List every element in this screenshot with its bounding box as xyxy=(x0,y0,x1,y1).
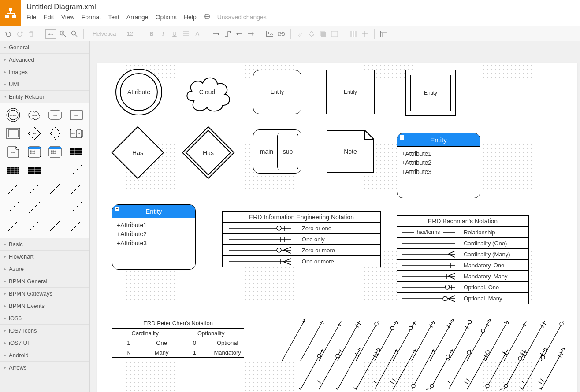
gradient-icon[interactable] xyxy=(330,29,339,39)
menu-edit[interactable]: Edit xyxy=(44,14,54,21)
grid-icon[interactable] xyxy=(349,29,358,39)
section-flowchart[interactable]: Flowchart xyxy=(0,251,89,263)
palette-line6[interactable] xyxy=(67,181,86,197)
section-ios6[interactable]: iOS6 xyxy=(0,312,89,325)
shape-note[interactable]: Note xyxy=(326,129,375,174)
svg-line-155 xyxy=(486,350,508,389)
palette-line12[interactable] xyxy=(25,218,44,234)
shape-cloud[interactable]: Cloud xyxy=(183,70,231,114)
link-icon[interactable] xyxy=(276,29,286,39)
palette-line3[interactable] xyxy=(4,181,23,197)
delete-icon[interactable] xyxy=(26,29,36,39)
section-bpmn-general[interactable]: BPMN General xyxy=(0,275,89,288)
font-color-icon[interactable]: A xyxy=(193,29,202,39)
palette-dark-grid2[interactable] xyxy=(25,162,44,179)
connector-lines-bottom[interactable] xyxy=(278,345,569,392)
shape-main-sub[interactable]: main sub xyxy=(253,129,301,174)
palette-entity-rounded[interactable]: Entity xyxy=(46,107,65,123)
palette-line11[interactable] xyxy=(4,218,23,234)
zoom-out-icon[interactable] xyxy=(69,29,79,39)
section-entity-relation[interactable]: Entity Relation xyxy=(0,91,89,103)
guides-icon[interactable] xyxy=(360,29,370,39)
palette-main-sub[interactable]: mainsub xyxy=(67,125,86,142)
section-bpmn-events[interactable]: BPMN Events xyxy=(0,300,89,312)
palette-entity-table2[interactable]: AttributeAttribute xyxy=(46,144,65,160)
menu-text[interactable]: Text xyxy=(108,14,119,21)
palette-entity-table[interactable]: AttributeAttribute xyxy=(25,144,44,160)
arrow-right2-icon[interactable] xyxy=(246,29,256,39)
section-general[interactable]: General xyxy=(0,41,89,54)
palette-has-double[interactable] xyxy=(46,125,65,142)
table-ie-notation[interactable]: ERD Information Engineering Notation Zer… xyxy=(222,211,381,267)
palette-line14[interactable] xyxy=(67,218,86,234)
bold-icon[interactable]: B xyxy=(147,29,156,39)
menu-format[interactable]: Format xyxy=(82,14,101,21)
redo-icon[interactable] xyxy=(15,29,25,39)
palette-line7[interactable] xyxy=(4,199,23,216)
shadow-icon[interactable] xyxy=(318,29,328,39)
palette-has[interactable]: Has xyxy=(25,125,44,142)
palette-line1[interactable] xyxy=(46,162,65,179)
palette-attribute[interactable]: Attribute xyxy=(4,107,23,123)
palette-line5[interactable] xyxy=(46,181,65,197)
section-basic[interactable]: Basic xyxy=(0,238,89,251)
shape-entity-rounded[interactable]: Entity xyxy=(253,70,301,114)
section-arrows[interactable]: Arrows xyxy=(0,362,89,374)
underline-icon[interactable]: U xyxy=(170,29,179,39)
table-chen-notation[interactable]: ERD Peter Chen's Notation Cardinality Op… xyxy=(112,318,244,358)
palette-line9[interactable] xyxy=(46,199,65,216)
palette-entity[interactable]: Entity xyxy=(67,107,86,123)
section-images[interactable]: Images xyxy=(0,66,89,78)
section-ios7-ui[interactable]: iOS7 UI xyxy=(0,337,89,349)
section-bpmn-gateways[interactable]: BPMN Gateways xyxy=(0,288,89,300)
diagram-canvas[interactable]: Attribute Cloud Entity Entity Entity xyxy=(97,63,577,392)
arrow-right-icon[interactable] xyxy=(212,29,221,39)
arrow-left-icon[interactable] xyxy=(234,29,244,39)
palette-cloud[interactable]: Cloud xyxy=(25,107,44,123)
fill-color-icon[interactable] xyxy=(307,29,316,39)
label: Optional, One xyxy=(460,282,528,292)
label: Cardinality (Many) xyxy=(460,249,528,259)
shape-entity-block-left[interactable]: Entity +Attribute1 +Attribute2 +Attribut… xyxy=(112,204,196,270)
palette-note[interactable]: Note xyxy=(4,144,23,160)
shape-entity-frame[interactable]: Entity xyxy=(405,70,456,116)
section-azure[interactable]: Azure xyxy=(0,263,89,275)
section-ios7-icons[interactable]: iOS7 Icons xyxy=(0,325,89,337)
document-title[interactable]: Untitled Diagram.xml xyxy=(26,3,575,11)
align-icon[interactable] xyxy=(181,29,191,39)
menu-options[interactable]: Options xyxy=(156,14,177,21)
section-android[interactable]: Android xyxy=(0,349,89,362)
zoom-in-icon[interactable] xyxy=(58,29,67,39)
image-icon[interactable] xyxy=(265,29,275,39)
menu-file[interactable]: File xyxy=(26,14,37,21)
palette-dark-grid[interactable] xyxy=(4,162,23,179)
shape-entity-square[interactable]: Entity xyxy=(326,70,375,114)
waypoint-icon[interactable] xyxy=(223,29,233,39)
palette-line2[interactable] xyxy=(67,162,86,179)
app-logo[interactable] xyxy=(0,0,21,26)
section-advanced[interactable]: Advanced xyxy=(0,54,89,66)
menu-view[interactable]: View xyxy=(61,14,74,21)
line-color-icon[interactable] xyxy=(295,29,305,39)
shape-has[interactable]: Has xyxy=(110,125,165,180)
palette-line8[interactable] xyxy=(25,199,44,216)
menu-arrange[interactable]: Arrange xyxy=(126,14,149,21)
shape-attribute[interactable]: Attribute xyxy=(115,68,163,116)
palette-line4[interactable] xyxy=(25,181,44,197)
font-name[interactable]: Helvetica xyxy=(88,30,120,37)
actual-size-icon[interactable]: 1:1 xyxy=(45,29,56,39)
undo-icon[interactable] xyxy=(4,29,13,39)
menu-help[interactable]: Help xyxy=(184,14,197,21)
palette-line10[interactable] xyxy=(67,199,86,216)
palette-dark-table[interactable] xyxy=(67,144,86,160)
globe-icon[interactable] xyxy=(204,13,210,21)
palette-frame[interactable] xyxy=(4,125,23,142)
shape-has-double[interactable]: Has xyxy=(181,125,236,180)
table-bachman-notation[interactable]: ERD Bachman's Notation has/forms Relatio… xyxy=(397,215,529,304)
layout-icon[interactable] xyxy=(379,29,389,39)
italic-icon[interactable]: I xyxy=(158,29,168,39)
shape-entity-block-top[interactable]: Entity +Attribute1 +Attribute2 +Attribut… xyxy=(397,133,480,198)
font-size[interactable]: 12 xyxy=(122,30,137,37)
section-uml[interactable]: UML xyxy=(0,78,89,91)
palette-line13[interactable] xyxy=(46,218,65,234)
